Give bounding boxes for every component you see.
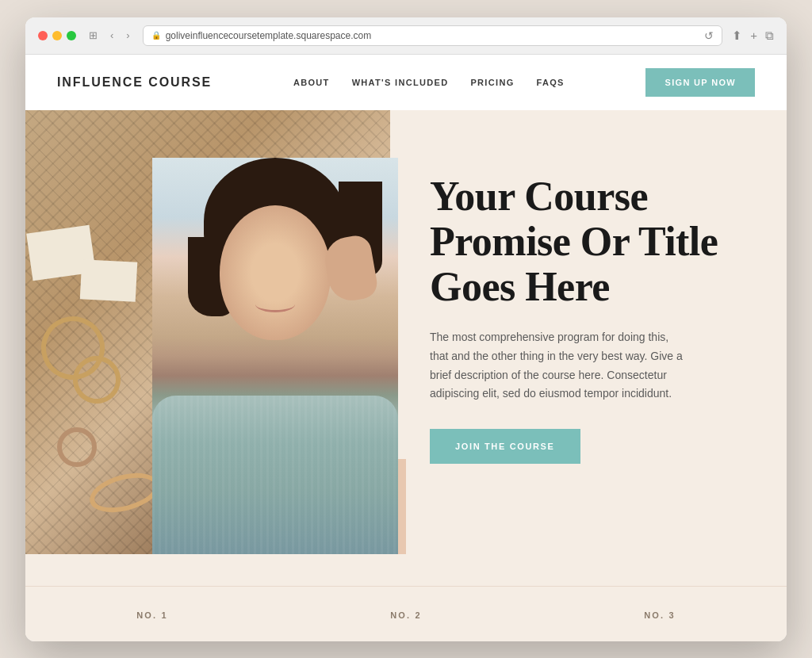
portrait-face xyxy=(220,205,331,340)
minimize-button[interactable] xyxy=(52,31,62,40)
forward-icon[interactable]: › xyxy=(123,28,132,43)
portrait-sweater xyxy=(152,396,398,554)
hero-title: Your Course Promise Or Title Goes Here xyxy=(430,174,747,310)
join-course-button[interactable]: JOIN THE COURSE xyxy=(430,429,580,464)
number-item-1: NO. 1 xyxy=(136,610,168,620)
close-button[interactable] xyxy=(38,31,48,40)
website-content: INFLUENCE COURSE ABOUT WHAT'S INCLUDED P… xyxy=(25,55,787,641)
nav-link-pricing[interactable]: PRICING xyxy=(470,78,514,87)
new-tab-icon[interactable]: + xyxy=(750,29,757,43)
navigation: INFLUENCE COURSE ABOUT WHAT'S INCLUDED P… xyxy=(25,55,787,110)
browser-actions: ⬆ + ⧉ xyxy=(732,29,774,43)
signup-button[interactable]: SIGN UP NOW xyxy=(645,68,755,97)
portrait-smile xyxy=(255,296,295,312)
maximize-button[interactable] xyxy=(67,31,76,40)
nav-link-about[interactable]: ABOUT xyxy=(293,78,330,87)
portrait-image xyxy=(152,158,398,554)
hero-section: Your Course Promise Or Title Goes Here T… xyxy=(25,110,787,586)
windows-icon[interactable]: ⧉ xyxy=(765,29,774,43)
share-icon[interactable]: ⬆ xyxy=(732,29,742,43)
url-text: goliveinfluencecoursetemplate.squarespac… xyxy=(166,30,371,41)
sidebar-toggle-icon[interactable]: ⊞ xyxy=(86,28,101,43)
number-item-3: NO. 3 xyxy=(644,610,676,620)
hero-portrait xyxy=(152,158,398,554)
browser-chrome: ⊞ ‹ › 🔒 goliveinfluencecoursetemplate.sq… xyxy=(25,17,787,55)
nav-link-faqs[interactable]: FAQS xyxy=(537,78,565,87)
site-logo[interactable]: INFLUENCE COURSE xyxy=(57,75,212,90)
bottom-numbers-section: NO. 1 NO. 2 NO. 3 xyxy=(25,586,787,636)
nav-link-whats-included[interactable]: WHAT'S INCLUDED xyxy=(352,78,449,87)
lock-icon: 🔒 xyxy=(151,31,161,40)
hero-description: The most comprehensive program for doing… xyxy=(430,328,684,404)
address-bar[interactable]: 🔒 goliveinfluencecoursetemplate.squaresp… xyxy=(143,25,723,46)
traffic-lights xyxy=(38,31,76,40)
browser-controls: ⊞ ‹ › xyxy=(86,28,133,43)
reload-icon[interactable]: ↺ xyxy=(704,29,714,42)
paper-card-2 xyxy=(80,259,138,302)
ring-decoration-3 xyxy=(57,427,97,467)
back-icon[interactable]: ‹ xyxy=(107,28,117,43)
hero-content: Your Course Promise Or Title Goes Here T… xyxy=(430,174,747,465)
browser-window: ⊞ ‹ › 🔒 goliveinfluencecoursetemplate.sq… xyxy=(25,17,787,641)
number-item-2: NO. 2 xyxy=(390,610,422,620)
nav-links: ABOUT WHAT'S INCLUDED PRICING FAQS xyxy=(293,78,565,87)
